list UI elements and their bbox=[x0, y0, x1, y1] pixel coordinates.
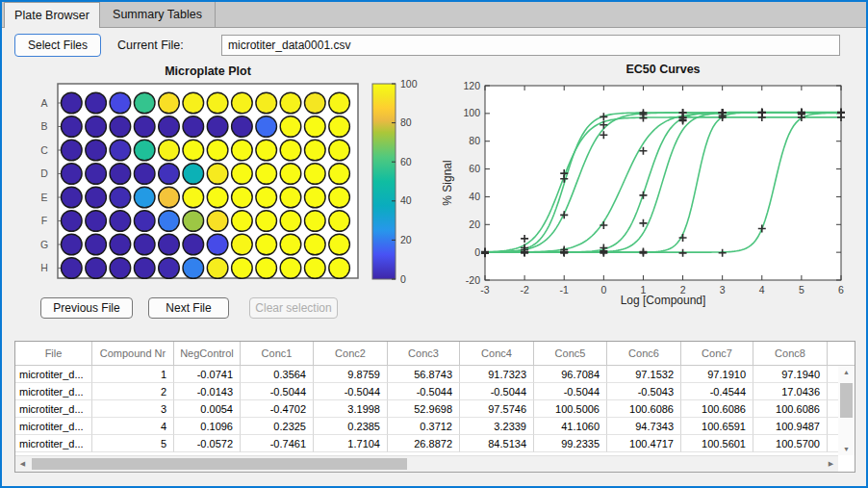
microplate-well[interactable] bbox=[329, 187, 350, 208]
microplate-well[interactable] bbox=[86, 116, 107, 138]
microplate-well[interactable] bbox=[305, 234, 326, 255]
microplate-well[interactable] bbox=[62, 234, 83, 255]
microplate-well[interactable] bbox=[110, 211, 131, 232]
microplate-well[interactable] bbox=[110, 92, 131, 114]
table-cell[interactable]: -0.5043 bbox=[607, 383, 681, 400]
microplate-well[interactable] bbox=[305, 211, 326, 232]
microplate-well[interactable] bbox=[232, 187, 253, 208]
microplate-well[interactable] bbox=[62, 140, 83, 161]
microplate-well[interactable] bbox=[134, 258, 155, 279]
microplate-well[interactable] bbox=[110, 234, 131, 255]
table-cell[interactable]: -0.5044 bbox=[460, 383, 534, 400]
select-files-button[interactable]: Select Files bbox=[14, 34, 101, 57]
microplate-well[interactable] bbox=[183, 187, 204, 208]
microplate-well[interactable] bbox=[62, 164, 83, 185]
table-cell[interactable]: -0.0572 bbox=[174, 435, 241, 452]
microplate-well[interactable] bbox=[159, 187, 180, 208]
microplate-well[interactable] bbox=[305, 92, 326, 114]
table-cell[interactable]: 56.8743 bbox=[388, 366, 460, 383]
scroll-up-icon[interactable]: ▲ bbox=[838, 366, 855, 379]
microplate-well[interactable] bbox=[280, 258, 301, 279]
table-cell[interactable]: 9.8759 bbox=[314, 366, 388, 383]
microplate-well[interactable] bbox=[159, 234, 180, 255]
table-cell[interactable]: 1 bbox=[92, 366, 174, 383]
microplate-well[interactable] bbox=[280, 164, 301, 185]
microplate-well[interactable] bbox=[134, 211, 155, 232]
current-file-input[interactable] bbox=[221, 35, 840, 56]
microplate-well[interactable] bbox=[256, 164, 277, 185]
microplate-well[interactable] bbox=[305, 116, 326, 138]
microplate-well[interactable] bbox=[232, 258, 253, 279]
table-cell[interactable]: 97.5746 bbox=[460, 400, 534, 418]
table-cell[interactable]: 0.3712 bbox=[388, 418, 460, 435]
table-cell[interactable]: -0.5044 bbox=[388, 383, 460, 400]
microplate-well[interactable] bbox=[280, 211, 301, 232]
microplate-well[interactable] bbox=[134, 116, 155, 138]
scroll-right-icon[interactable]: ▶ bbox=[824, 456, 838, 472]
table-cell[interactable]: 99.2335 bbox=[534, 435, 607, 452]
microplate-well[interactable] bbox=[207, 211, 228, 232]
table-cell[interactable]: microtiter_d... bbox=[15, 435, 92, 452]
microplate-well[interactable] bbox=[183, 211, 204, 232]
table-cell[interactable]: 52.9698 bbox=[388, 400, 460, 418]
table-cell[interactable]: 0.1096 bbox=[174, 418, 241, 435]
microplate-well[interactable] bbox=[280, 140, 301, 161]
table-cell[interactable]: 97.1910 bbox=[681, 366, 753, 383]
table-cell[interactable]: microtiter_d... bbox=[15, 383, 92, 400]
table-cell[interactable]: 100.5006 bbox=[534, 400, 607, 418]
microplate-well[interactable] bbox=[86, 92, 107, 114]
microplate-well[interactable] bbox=[329, 140, 350, 161]
microplate-well[interactable] bbox=[159, 258, 180, 279]
table-cell[interactable]: -0.5044 bbox=[241, 383, 314, 400]
table-cell[interactable]: 100.6591 bbox=[681, 418, 753, 435]
microplate-well[interactable] bbox=[329, 211, 350, 232]
microplate-well[interactable] bbox=[232, 211, 253, 232]
table-cell[interactable]: 0.0054 bbox=[174, 400, 241, 418]
table-cell[interactable]: 3.1998 bbox=[314, 400, 388, 418]
vertical-scrollbar[interactable]: ▲ ▼ bbox=[838, 366, 855, 456]
table-cell[interactable]: 84.5134 bbox=[460, 435, 534, 452]
microplate-well[interactable] bbox=[207, 187, 228, 208]
table-cell[interactable]: -0.7461 bbox=[241, 435, 314, 452]
microplate-well[interactable] bbox=[280, 92, 301, 114]
table-cell[interactable]: 100.9487 bbox=[753, 418, 828, 435]
scroll-left-icon[interactable]: ◀ bbox=[15, 456, 30, 472]
microplate-well[interactable] bbox=[159, 92, 180, 114]
microplate-well[interactable] bbox=[134, 187, 155, 208]
table-cell[interactable]: 3.2339 bbox=[460, 418, 534, 435]
microplate-well[interactable] bbox=[159, 164, 180, 185]
scroll-down-icon[interactable]: ▼ bbox=[838, 443, 855, 456]
microplate-well[interactable] bbox=[329, 234, 350, 255]
microplate-well[interactable] bbox=[183, 140, 204, 161]
table-cell[interactable]: 3 bbox=[92, 400, 174, 418]
microplate-well[interactable] bbox=[86, 211, 107, 232]
microplate-well[interactable] bbox=[329, 92, 350, 114]
tab-summary-tables[interactable]: Summary Tables bbox=[100, 2, 216, 27]
table-cell[interactable]: 100.5601 bbox=[681, 435, 753, 452]
microplate-well[interactable] bbox=[305, 258, 326, 279]
microplate-well[interactable] bbox=[280, 116, 301, 138]
table-cell[interactable]: 97.1532 bbox=[607, 366, 681, 383]
microplate-well[interactable] bbox=[256, 211, 277, 232]
microplate-well[interactable] bbox=[207, 258, 228, 279]
microplate-well[interactable] bbox=[62, 187, 83, 208]
table-row[interactable]: microtiter_d...30.0054-0.47023.199852.96… bbox=[15, 400, 855, 418]
microplate-well[interactable] bbox=[329, 164, 350, 185]
table-cell[interactable]: 97.1940 bbox=[753, 366, 828, 383]
microplate-well[interactable] bbox=[232, 234, 253, 255]
table-cell[interactable]: 100.6086 bbox=[753, 400, 828, 418]
microplate-well[interactable] bbox=[159, 140, 180, 161]
microplate-well[interactable] bbox=[256, 187, 277, 208]
microplate-well[interactable] bbox=[305, 140, 326, 161]
table-cell[interactable]: 5 bbox=[92, 435, 174, 452]
microplate-well[interactable] bbox=[207, 164, 228, 185]
microplate-well[interactable] bbox=[280, 234, 301, 255]
microplate-well[interactable] bbox=[207, 92, 228, 114]
table-cell[interactable]: 4 bbox=[92, 418, 174, 435]
microplate-well[interactable] bbox=[329, 258, 350, 279]
microplate-well[interactable] bbox=[86, 187, 107, 208]
table-cell[interactable]: -0.0143 bbox=[174, 383, 241, 400]
microplate-well[interactable] bbox=[329, 116, 350, 138]
microplate-well[interactable] bbox=[110, 164, 131, 185]
microplate-well[interactable] bbox=[62, 116, 83, 138]
